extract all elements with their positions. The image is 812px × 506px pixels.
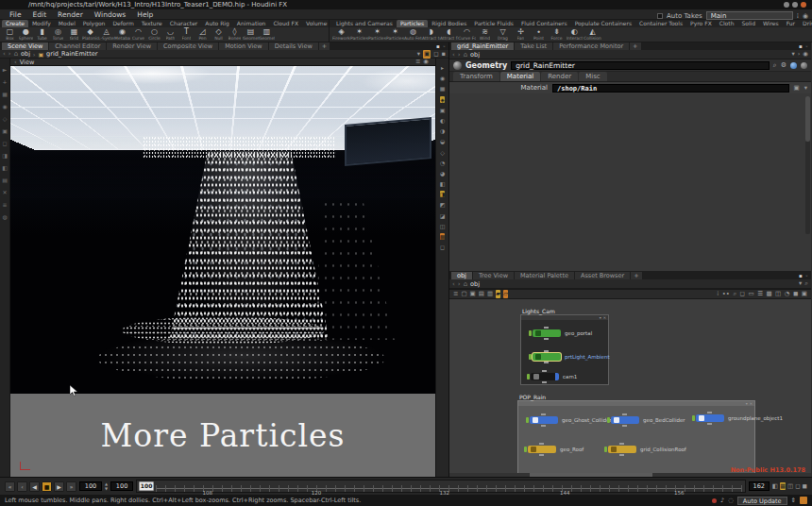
network-tool-icon[interactable]: ⁞	[717, 290, 719, 298]
view-tool-icon[interactable]: ◻	[440, 244, 445, 250]
shelf-tab[interactable]: Cloth	[716, 20, 738, 27]
view-tool-icon[interactable]: ◨	[440, 191, 446, 197]
comment-sphere-icon[interactable]	[801, 62, 807, 69]
node-body[interactable]	[533, 329, 561, 337]
side-tool-icon[interactable]: ◉	[2, 103, 7, 110]
back-icon[interactable]: ‹	[452, 51, 455, 59]
shelf-tool[interactable]: T Font	[178, 27, 195, 42]
forward-icon[interactable]: ›	[458, 280, 461, 288]
side-tool-icon[interactable]: +	[2, 78, 7, 85]
view-tab[interactable]: View	[20, 59, 34, 66]
auto-takes-checkbox[interactable]	[657, 13, 663, 19]
view-tool-icon[interactable]: ◔	[440, 160, 445, 166]
timeline[interactable]: 108 120 132 144	[136, 480, 746, 493]
view-tool-icon[interactable]: ▦	[440, 85, 446, 92]
view-tool-icon[interactable]: ◫	[440, 223, 446, 229]
shelf-tab[interactable]: Animation	[233, 20, 270, 27]
view-tool-icon[interactable]: ◒	[440, 138, 445, 144]
mute-icon[interactable]: ◌	[728, 497, 734, 504]
pane-tab[interactable]: Channel Editor	[49, 42, 106, 50]
pane-menu-icon[interactable]: ◦	[805, 272, 808, 279]
side-tool-icon[interactable]: ◇	[3, 115, 8, 122]
transport-button[interactable]: ‹	[17, 481, 27, 492]
side-tool-icon[interactable]: ▦	[2, 91, 8, 97]
shelf-tool[interactable]: ◗ Attract to..	[422, 27, 440, 42]
help-sphere-icon[interactable]	[790, 62, 797, 69]
node-body[interactable]	[611, 416, 639, 424]
shelf-tool[interactable]: ▽ Drag	[494, 27, 512, 42]
network-hscrollbar[interactable]	[449, 473, 811, 477]
shelf-tab[interactable]: Pyro FX	[686, 20, 716, 27]
minimize-button[interactable]	[784, 2, 789, 8]
network-tool-icon[interactable]: ≡	[453, 290, 458, 298]
transport-button[interactable]: ▶	[54, 481, 64, 492]
network-tool-icon[interactable]: ▭	[748, 290, 753, 298]
shelf-tool[interactable]: ✶ Particles fr..	[350, 27, 368, 42]
auto-update-selector[interactable]: Auto Update	[737, 497, 787, 505]
network-node[interactable]: geo_Ghost_Collider	[530, 415, 612, 425]
network-node[interactable]: geo_Roof	[528, 445, 584, 454]
pane-maximize-icon[interactable]: ▪	[799, 42, 803, 50]
jump-icon[interactable]: ›	[798, 50, 801, 59]
shelf-tab[interactable]: Fluid Containers	[517, 20, 571, 27]
pane-maximize-icon[interactable]: ▪	[799, 272, 803, 279]
pane-tab[interactable]: Motion View	[219, 42, 268, 50]
breadcrumb-node[interactable]: grid_RainEmitter	[46, 50, 97, 58]
view-tool-icon[interactable]: ◑	[440, 127, 445, 134]
pane-tab[interactable]: Details View	[269, 42, 318, 50]
playbar-option-icon[interactable]: ▦	[780, 482, 786, 490]
side-tool-icon[interactable]: ◍	[2, 213, 7, 220]
select-mode-icon[interactable]: ▪	[442, 50, 446, 59]
shelf-tool[interactable]: ◭ Collision D..	[584, 27, 601, 42]
playbar-option-icon[interactable]: ◻	[795, 482, 800, 490]
playbar-option-icon[interactable]: ◫	[787, 482, 793, 490]
add-pane-tab-button[interactable]: +	[319, 42, 330, 50]
pin-icon[interactable]: ⌂	[464, 280, 467, 288]
parameter-tab[interactable]: Transform	[453, 72, 499, 81]
search-icon[interactable]: ⌕	[773, 61, 777, 69]
menu-item[interactable]: Render	[52, 10, 89, 19]
network-box-pop[interactable]: POP_Rain ▾✕ geo_Ghost_Collider	[517, 400, 755, 477]
view-tool-icon[interactable]: ◪	[440, 212, 446, 219]
network-tool-icon[interactable]: ◫	[775, 290, 781, 298]
pin-icon[interactable]: ⌂	[14, 50, 18, 58]
shelf-tool[interactable]: ◿ Pen	[195, 27, 211, 42]
playbar-option-icon[interactable]: ◼	[803, 482, 807, 490]
shelf-tool[interactable]: ● Sphere	[18, 27, 34, 42]
breadcrumb-root[interactable]: obj	[470, 280, 480, 288]
shelf-tab[interactable]: Modify	[28, 20, 55, 27]
node-body[interactable]	[533, 353, 561, 361]
update-mode-arrows-icon[interactable]: ⇕	[791, 497, 796, 504]
shelf-tab[interactable]: Deform	[109, 20, 137, 27]
op-chooser-icon[interactable]: ▣	[794, 84, 800, 92]
shelf-tab[interactable]: Create	[2, 20, 28, 27]
frame-start-field[interactable]: 100	[79, 481, 102, 491]
network-node[interactable]: prtLight_Ambient	[533, 352, 610, 362]
back-icon[interactable]: ‹	[3, 50, 6, 58]
pane-menu-icon[interactable]: ◦	[805, 42, 808, 50]
view-tool-icon[interactable]: ▩	[440, 233, 446, 240]
shelf-tool[interactable]: ▮ Tube	[34, 27, 50, 42]
menu-item[interactable]: Windows	[89, 10, 131, 19]
view-tool-icon[interactable]: ◕	[440, 170, 445, 177]
shelf-tool[interactable]: ◠ Curve	[130, 27, 146, 42]
network-tool-icon[interactable]: ∙∙	[722, 290, 730, 298]
node-name-field[interactable]: grid_RainEmitter	[511, 61, 770, 70]
shelf-tool[interactable]: ◈ Fireworks	[332, 27, 350, 42]
record-icon[interactable]	[712, 498, 717, 503]
shelf-tab[interactable]: Auto Rig	[201, 20, 232, 27]
menu-item[interactable]: Edit	[27, 10, 53, 19]
side-tool-icon[interactable]: ◧	[2, 164, 8, 171]
network-tool-icon[interactable]: ▰	[496, 290, 500, 298]
shelf-tab[interactable]: Populate Containers	[571, 20, 635, 27]
frame-spinner[interactable]: ▲▼	[105, 482, 108, 491]
view-tool-icon[interactable]: ◈	[440, 96, 445, 103]
shelf-tool[interactable]: ✢ Fan	[512, 27, 530, 42]
frame-end-field[interactable]: 162	[749, 481, 770, 491]
network-tool-icon[interactable]: ▤	[479, 290, 484, 298]
grid-toggle-icon[interactable]: ◻	[433, 50, 438, 59]
network-tool-icon[interactable]: ⌕	[733, 290, 736, 298]
path-dropdown-icon[interactable]: ▾	[791, 50, 794, 59]
shelf-tab[interactable]: Fur	[783, 20, 799, 27]
take-selector[interactable]: Main	[706, 11, 793, 20]
